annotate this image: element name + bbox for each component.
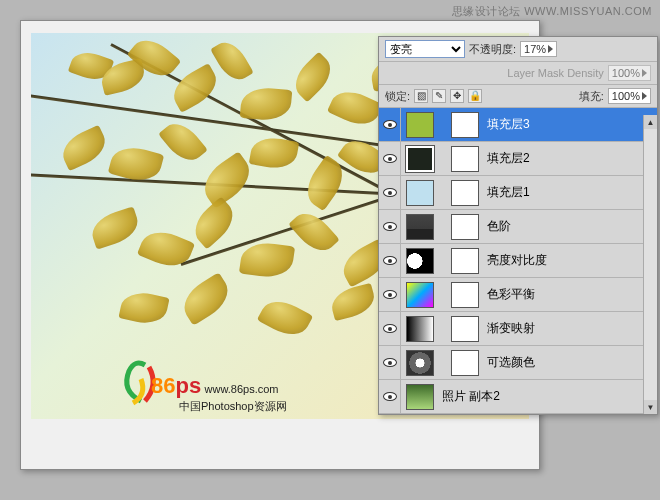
panel-scrollbar[interactable]: ▲ ▼ — [643, 115, 657, 414]
blend-row: 变亮 不透明度: 17% — [379, 37, 657, 62]
visibility-toggle[interactable] — [379, 346, 401, 379]
link-icon — [436, 282, 446, 308]
layer-name: 色彩平衡 — [487, 286, 535, 303]
visibility-toggle[interactable] — [379, 108, 401, 141]
visibility-toggle[interactable] — [379, 142, 401, 175]
layer-mask-thumb[interactable] — [451, 180, 479, 206]
eye-icon — [383, 188, 397, 197]
mask-density-input: 100% — [608, 65, 651, 81]
visibility-toggle[interactable] — [379, 312, 401, 345]
layer-mask-thumb[interactable] — [451, 214, 479, 240]
visibility-toggle[interactable] — [379, 244, 401, 277]
layer-thumb[interactable] — [406, 384, 434, 410]
visibility-toggle[interactable] — [379, 380, 401, 413]
layer-row[interactable]: 色彩平衡 — [379, 278, 657, 312]
eye-icon — [383, 154, 397, 163]
lock-all-icon[interactable]: 🔒 — [468, 89, 482, 103]
layer-thumb[interactable] — [406, 146, 434, 172]
layer-name: 填充层2 — [487, 150, 530, 167]
chevron-right-icon — [548, 45, 553, 53]
layer-mask-thumb[interactable] — [451, 316, 479, 342]
watermark-top: 思缘设计论坛 WWW.MISSYUAN.COM — [452, 4, 652, 19]
layer-name: 亮度对比度 — [487, 252, 547, 269]
layer-thumb[interactable] — [406, 248, 434, 274]
eye-icon — [383, 120, 397, 129]
layer-name: 渐变映射 — [487, 320, 535, 337]
opacity-input[interactable]: 17% — [520, 41, 557, 57]
layer-mask-thumb[interactable] — [451, 146, 479, 172]
lock-transparency-icon[interactable]: ▧ — [414, 89, 428, 103]
fill-label: 填充: — [579, 89, 604, 104]
layer-name: 填充层1 — [487, 184, 530, 201]
lock-row: 锁定: ▧ ✎ ✥ 🔒 填充: 100% — [379, 85, 657, 108]
link-icon — [436, 248, 446, 274]
scroll-down-icon[interactable]: ▼ — [644, 400, 657, 414]
blend-mode-select[interactable]: 变亮 — [385, 40, 465, 58]
layer-thumb[interactable] — [406, 316, 434, 342]
opacity-label: 不透明度: — [469, 42, 516, 57]
link-icon — [436, 180, 446, 206]
lock-position-icon[interactable]: ✥ — [450, 89, 464, 103]
visibility-toggle[interactable] — [379, 210, 401, 243]
layer-thumb[interactable] — [406, 282, 434, 308]
mask-density-row: Layer Mask Density 100% — [379, 62, 657, 85]
chevron-right-icon — [642, 92, 647, 100]
logo-site: www.86ps.com — [205, 383, 279, 395]
watermark-bottom: 86ps www.86ps.com 中国Photoshop资源网 — [151, 373, 287, 414]
visibility-toggle[interactable] — [379, 176, 401, 209]
link-icon — [436, 350, 446, 376]
layer-mask-thumb[interactable] — [451, 248, 479, 274]
logo-86: 86 — [151, 373, 175, 398]
lock-pixels-icon[interactable]: ✎ — [432, 89, 446, 103]
layer-mask-thumb[interactable] — [451, 282, 479, 308]
layer-row[interactable]: 填充层1 — [379, 176, 657, 210]
layer-name: 照片 副本2 — [442, 388, 500, 405]
layer-name: 可选颜色 — [487, 354, 535, 371]
scroll-up-icon[interactable]: ▲ — [644, 115, 657, 129]
lock-label: 锁定: — [385, 89, 410, 104]
link-icon — [436, 214, 446, 240]
layer-mask-thumb[interactable] — [451, 112, 479, 138]
layer-row[interactable]: 填充层2 — [379, 142, 657, 176]
layer-thumb[interactable] — [406, 180, 434, 206]
eye-icon — [383, 324, 397, 333]
link-icon — [436, 316, 446, 342]
layers-panel: 变亮 不透明度: 17% Layer Mask Density 100% 锁定:… — [378, 36, 658, 415]
link-icon — [436, 146, 446, 172]
layer-row[interactable]: 亮度对比度 — [379, 244, 657, 278]
layer-row[interactable]: 填充层3 — [379, 108, 657, 142]
eye-icon — [383, 256, 397, 265]
layer-thumb[interactable] — [406, 214, 434, 240]
visibility-toggle[interactable] — [379, 278, 401, 311]
eye-icon — [383, 222, 397, 231]
layer-name: 色阶 — [487, 218, 511, 235]
layer-row[interactable]: 可选颜色 — [379, 346, 657, 380]
layer-row[interactable]: 渐变映射 — [379, 312, 657, 346]
layer-name: 填充层3 — [487, 116, 530, 133]
layer-thumb[interactable] — [406, 350, 434, 376]
chevron-right-icon — [642, 69, 647, 77]
mask-density-label: Layer Mask Density — [507, 67, 604, 79]
eye-icon — [383, 358, 397, 367]
layer-thumb[interactable] — [406, 112, 434, 138]
layer-row[interactable]: 色阶 — [379, 210, 657, 244]
fill-input[interactable]: 100% — [608, 88, 651, 104]
logo-ps: ps — [175, 373, 201, 398]
layer-row[interactable]: 照片 副本2 — [379, 380, 657, 414]
lock-icons: ▧ ✎ ✥ 🔒 — [414, 89, 483, 103]
eye-icon — [383, 290, 397, 299]
layer-mask-thumb[interactable] — [451, 350, 479, 376]
layers-list: 填充层3填充层2填充层1色阶亮度对比度色彩平衡渐变映射可选颜色照片 副本2 — [379, 108, 657, 414]
eye-icon — [383, 392, 397, 401]
logo-tagline: 中国Photoshop资源网 — [179, 400, 287, 412]
link-icon — [436, 112, 446, 138]
